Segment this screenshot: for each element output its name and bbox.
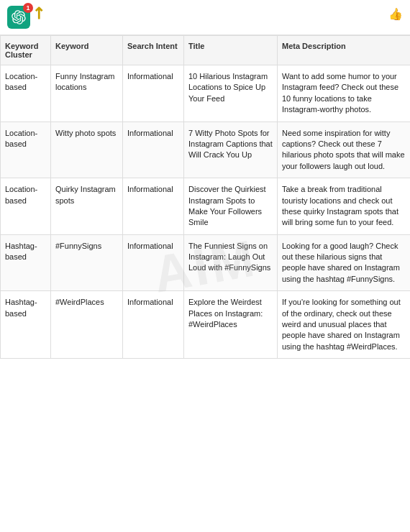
table-row: Location-basedWitty photo spotsInformati…: [1, 121, 411, 178]
col-header-intent: Search Intent: [123, 36, 184, 65]
chatgpt-logo[interactable]: 1: [7, 6, 30, 29]
cell-meta: Take a break from traditional touristy l…: [278, 178, 411, 235]
table-header-row: Keyword Cluster Keyword Search Intent Ti…: [1, 36, 411, 65]
col-header-title: Title: [184, 36, 278, 65]
cell-cluster: Hashtag-based: [1, 234, 51, 291]
thumbs-up-icon[interactable]: 👍: [388, 7, 403, 21]
table-row: Hashtag-based#FunnySignsInformationalThe…: [1, 234, 411, 291]
cell-intent: Informational: [123, 121, 184, 178]
keyword-table-container: Keyword Cluster Keyword Search Intent Ti…: [0, 35, 410, 359]
cell-keyword: #WeirdPlaces: [51, 291, 123, 359]
cell-keyword: Witty photo spots: [51, 121, 123, 178]
cell-cluster: Location-based: [1, 178, 51, 235]
cell-keyword: Funny Instagram locations: [51, 65, 123, 122]
cell-cluster: Location-based: [1, 121, 51, 178]
table-row: Location-basedQuirky Instagram spotsInfo…: [1, 178, 411, 235]
header-bar: 1 ↗ 👍: [0, 0, 410, 35]
cell-intent: Informational: [123, 178, 184, 235]
cell-meta: If you're looking for something out of t…: [278, 291, 411, 359]
cell-meta: Want to add some humor to your Instagram…: [278, 65, 411, 122]
cell-intent: Informational: [123, 234, 184, 291]
col-header-keyword: Keyword: [51, 36, 123, 65]
table-row: Location-basedFunny Instagram locationsI…: [1, 65, 411, 122]
cell-cluster: Location-based: [1, 65, 51, 122]
cell-intent: Informational: [123, 65, 184, 122]
col-header-cluster: Keyword Cluster: [1, 36, 51, 65]
cell-title: 7 Witty Photo Spots for Instagram Captio…: [184, 121, 278, 178]
cell-meta: Need some inspiration for witty captions…: [278, 121, 411, 178]
cell-keyword: #FunnySigns: [51, 234, 123, 291]
table-row: Hashtag-based#WeirdPlacesInformationalEx…: [1, 291, 411, 359]
cell-title: Explore the Weirdest Places on Instagram…: [184, 291, 278, 359]
keyword-table: Keyword Cluster Keyword Search Intent Ti…: [0, 35, 410, 359]
cell-intent: Informational: [123, 291, 184, 359]
cell-keyword: Quirky Instagram spots: [51, 178, 123, 235]
cell-cluster: Hashtag-based: [1, 291, 51, 359]
cell-title: Discover the Quirkiest Instagram Spots t…: [184, 178, 278, 235]
cell-meta: Looking for a good laugh? Check out thes…: [278, 234, 411, 291]
col-header-meta: Meta Description: [278, 36, 411, 65]
cell-title: The Funniest Signs on Instagram: Laugh O…: [184, 234, 278, 291]
cell-title: 10 Hilarious Instagram Locations to Spic…: [184, 65, 278, 122]
